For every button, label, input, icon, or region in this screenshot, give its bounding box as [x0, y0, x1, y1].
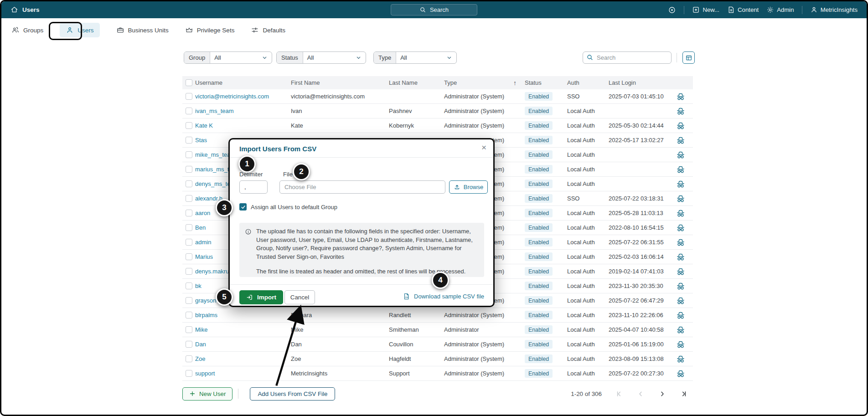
row-checkbox[interactable]: [186, 239, 192, 246]
login-as-user-button[interactable]: [676, 369, 693, 378]
tab-business-units[interactable]: Business Units: [116, 26, 169, 34]
col-last-name[interactable]: Last Name: [389, 79, 444, 86]
row-checkbox[interactable]: [186, 312, 192, 318]
tab-users[interactable]: Users: [60, 23, 99, 37]
table-search-input[interactable]: [583, 51, 672, 64]
row-checkbox[interactable]: [186, 253, 192, 260]
login-as-user-button[interactable]: [676, 252, 693, 262]
col-last-login[interactable]: Last Login: [609, 79, 676, 86]
row-checkbox[interactable]: [186, 166, 192, 173]
group-filter-select[interactable]: Group All: [184, 51, 272, 64]
status-filter-select[interactable]: Status All: [276, 51, 366, 64]
cancel-button[interactable]: Cancel: [284, 290, 315, 304]
login-as-user-button[interactable]: [676, 325, 693, 334]
login-as-user-button[interactable]: [676, 150, 693, 159]
login-as-user-button[interactable]: [676, 311, 693, 320]
login-as-user-button[interactable]: [676, 354, 693, 364]
account-menu-button[interactable]: MetricInsights: [810, 6, 858, 14]
row-checkbox[interactable]: [186, 108, 192, 114]
select-all-checkbox[interactable]: [186, 79, 192, 86]
username-link[interactable]: ivan_ms_team: [195, 108, 291, 114]
login-as-user-button[interactable]: [676, 238, 693, 247]
home-icon[interactable]: [10, 6, 18, 14]
delimiter-input[interactable]: [239, 180, 268, 194]
login-as-user-button[interactable]: [676, 282, 693, 291]
row-checkbox[interactable]: [186, 122, 192, 129]
incognito-spy-icon: [676, 209, 685, 218]
row-checkbox[interactable]: [186, 326, 192, 333]
row-checkbox[interactable]: [186, 151, 192, 158]
status-filter-value: All: [307, 54, 314, 61]
explore-icon[interactable]: [668, 6, 676, 14]
row-checkbox[interactable]: [186, 268, 192, 275]
row-checkbox[interactable]: [186, 355, 192, 362]
document-icon: [727, 6, 735, 14]
tab-defaults[interactable]: Defaults: [251, 26, 285, 34]
admin-menu-button[interactable]: Admin: [766, 6, 794, 14]
first-page-button[interactable]: [615, 390, 623, 398]
row-checkbox[interactable]: [186, 370, 192, 377]
row-checkbox[interactable]: [186, 210, 192, 216]
browse-button[interactable]: Browse: [449, 180, 488, 194]
login-as-user-button[interactable]: [676, 107, 693, 116]
table-row: victoria@metricinsights.com victoria@met…: [182, 89, 693, 104]
col-first-name[interactable]: First Name: [291, 79, 389, 86]
add-users-from-csv-button[interactable]: Add Users From CSV File: [250, 387, 335, 401]
new-user-button[interactable]: New User: [182, 387, 232, 401]
username-link[interactable]: Dan: [195, 341, 291, 348]
table-search: [583, 51, 672, 64]
username-link[interactable]: victoria@metricinsights.com: [195, 93, 291, 100]
users-table-header: Username First Name Last Name Type ↑ Sta…: [182, 76, 693, 89]
type-cell: Administrator (System): [444, 93, 513, 100]
col-auth[interactable]: Auth: [567, 79, 609, 86]
login-as-user-button[interactable]: [676, 267, 693, 276]
username-link[interactable]: support: [195, 370, 291, 377]
auth-cell: Local Auth: [567, 122, 609, 129]
topbar-divider: [684, 6, 684, 14]
tab-business-units-label: Business Units: [128, 27, 169, 34]
username-link[interactable]: Kate K: [195, 122, 291, 129]
col-username[interactable]: Username: [195, 79, 291, 86]
col-type[interactable]: Type: [444, 79, 513, 86]
next-page-button[interactable]: [658, 390, 666, 398]
login-as-user-button[interactable]: [676, 180, 693, 189]
col-status[interactable]: Status: [525, 79, 567, 86]
username-link[interactable]: blrpalms: [195, 312, 291, 318]
previous-page-button[interactable]: [637, 390, 645, 398]
download-sample-csv-link[interactable]: CSV Download sample CSV file: [403, 293, 484, 300]
sort-ascending-icon[interactable]: ↑: [513, 79, 525, 87]
tab-privilege-sets[interactable]: Privilege Sets: [185, 26, 235, 34]
login-as-user-button[interactable]: [676, 136, 693, 145]
column-settings-button[interactable]: [682, 51, 695, 64]
login-as-user-button[interactable]: [676, 165, 693, 174]
row-checkbox[interactable]: [186, 180, 192, 187]
row-checkbox[interactable]: [186, 137, 192, 144]
username-link[interactable]: Zoe: [195, 355, 291, 362]
global-search-button[interactable]: Search: [391, 4, 477, 15]
row-checkbox[interactable]: [186, 297, 192, 304]
login-as-user-button[interactable]: [676, 296, 693, 305]
import-button[interactable]: Import: [239, 290, 283, 304]
row-checkbox[interactable]: [186, 341, 192, 348]
login-as-user-button[interactable]: [676, 92, 693, 101]
row-checkbox[interactable]: [186, 224, 192, 231]
login-as-user-button[interactable]: [676, 194, 693, 203]
close-icon[interactable]: ×: [481, 143, 486, 153]
login-as-user-button[interactable]: [676, 223, 693, 232]
username-link[interactable]: Mike: [195, 326, 291, 333]
assign-default-group-checkbox[interactable]: [239, 203, 247, 211]
file-input[interactable]: [279, 180, 445, 194]
type-filter-select[interactable]: Type All: [373, 51, 457, 64]
row-checkbox[interactable]: [186, 195, 192, 202]
last-page-button[interactable]: [680, 390, 687, 398]
row-checkbox[interactable]: [186, 282, 192, 289]
login-as-user-button[interactable]: [676, 209, 693, 218]
chevron-down-icon: [356, 55, 362, 61]
login-as-user-button[interactable]: [676, 121, 693, 130]
content-menu-label: Content: [738, 6, 759, 13]
new-menu-button[interactable]: New...: [692, 6, 719, 14]
row-checkbox[interactable]: [186, 93, 192, 100]
tab-groups[interactable]: Groups: [11, 26, 43, 34]
content-menu-button[interactable]: Content: [727, 6, 759, 14]
login-as-user-button[interactable]: [676, 340, 693, 349]
